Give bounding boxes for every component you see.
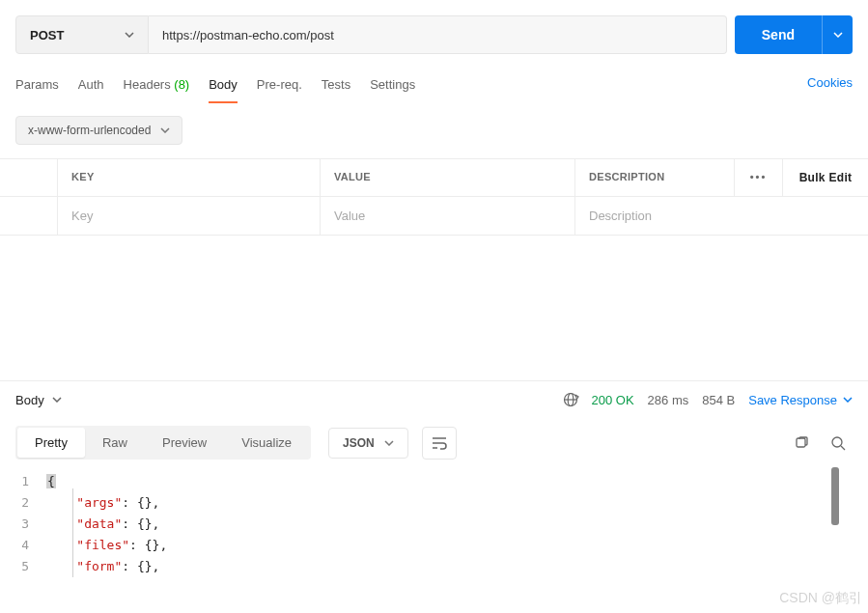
tab-params[interactable]: Params — [15, 71, 59, 103]
chevron-down-icon — [843, 397, 853, 403]
response-size: 854 B — [702, 393, 735, 407]
line-number: 3 — [4, 514, 46, 535]
save-response-label: Save Response — [748, 393, 837, 407]
form-data-table: KEY VALUE DESCRIPTION ••• Bulk Edit Key … — [0, 158, 868, 236]
svg-point-6 — [832, 437, 842, 447]
line-content: { — [46, 471, 868, 492]
format-label: JSON — [343, 436, 375, 450]
key-input[interactable]: Key — [58, 197, 321, 235]
save-response-button[interactable]: Save Response — [748, 393, 853, 407]
code-line: 3 "data": {}, — [4, 514, 868, 535]
response-time: 286 ms — [648, 393, 689, 407]
body-type-select[interactable]: x-www-form-urlencoded — [15, 116, 182, 145]
view-tab-preview[interactable]: Preview — [145, 428, 224, 458]
line-number: 2 — [4, 492, 46, 514]
view-tab-pretty[interactable]: Pretty — [17, 428, 85, 458]
wrap-icon — [432, 436, 447, 450]
format-select[interactable]: JSON — [328, 428, 408, 459]
http-method-select[interactable]: POST — [15, 15, 149, 54]
chevron-down-icon — [125, 32, 134, 38]
response-view-tabs: Pretty Raw Preview Visualize — [15, 426, 311, 460]
cookies-link[interactable]: Cookies — [807, 75, 853, 99]
chevron-down-icon — [160, 127, 170, 133]
row-spacer — [0, 197, 58, 235]
svg-line-7 — [841, 446, 845, 450]
table-header-desc: DESCRIPTION — [575, 159, 735, 196]
status-code: 200 OK — [592, 393, 634, 407]
search-icon — [830, 435, 846, 451]
watermark: CSDN @鹤引 — [779, 590, 862, 607]
response-section-select[interactable]: Body — [15, 393, 62, 407]
http-method-label: POST — [30, 28, 64, 42]
scrollbar[interactable] — [831, 467, 839, 525]
response-body-viewer[interactable]: 1{2 "args": {},3 "data": {},4 "files": {… — [0, 467, 868, 577]
table-header-key: KEY — [58, 159, 321, 196]
line-number: 5 — [4, 556, 46, 577]
blank-area — [0, 236, 868, 380]
tab-headers-label: Headers — [124, 77, 171, 92]
tab-tests[interactable]: Tests — [322, 71, 350, 103]
tab-prereq[interactable]: Pre-req. — [257, 71, 302, 103]
url-text: https://postman-echo.com/post — [162, 28, 334, 42]
table-row[interactable]: Key Value Description — [0, 197, 868, 236]
tab-auth[interactable]: Auth — [78, 71, 104, 103]
wrap-lines-button[interactable] — [422, 427, 457, 460]
line-number: 4 — [4, 535, 46, 556]
table-header-value: VALUE — [321, 159, 575, 196]
value-input[interactable]: Value — [321, 197, 575, 235]
code-line: 4 "files": {}, — [4, 535, 868, 556]
description-input[interactable]: Description — [575, 197, 868, 235]
send-options-button[interactable] — [822, 15, 853, 54]
send-button[interactable]: Send — [735, 15, 822, 54]
tab-headers[interactable]: Headers (8) — [124, 71, 190, 103]
table-header-spacer — [0, 159, 58, 196]
table-header: KEY VALUE DESCRIPTION ••• Bulk Edit — [0, 159, 868, 197]
view-tab-raw[interactable]: Raw — [85, 428, 145, 458]
copy-button[interactable] — [787, 429, 816, 458]
search-button[interactable] — [824, 429, 853, 458]
chevron-down-icon — [52, 397, 62, 403]
url-input[interactable]: https://postman-echo.com/post — [149, 15, 727, 54]
line-number: 1 — [4, 471, 46, 492]
code-line: 5 "form": {}, — [4, 556, 868, 577]
line-content: "args": {}, — [46, 492, 868, 514]
svg-rect-5 — [797, 438, 805, 447]
table-options-button[interactable]: ••• — [735, 159, 783, 196]
chevron-down-icon — [384, 440, 394, 446]
headers-count-badge: (8) — [174, 77, 189, 92]
code-line: 2 "args": {}, — [4, 492, 868, 514]
line-content: "form": {}, — [46, 556, 868, 577]
view-tab-visualize[interactable]: Visualize — [224, 428, 309, 458]
response-section-label: Body — [15, 393, 44, 407]
tab-body[interactable]: Body — [209, 71, 238, 103]
copy-icon — [794, 435, 809, 451]
fold-guide — [72, 488, 73, 577]
tab-settings[interactable]: Settings — [370, 71, 415, 103]
code-line: 1{ — [4, 471, 868, 492]
request-tabs: Params Auth Headers (8) Body Pre-req. Te… — [15, 71, 807, 103]
body-type-label: x-www-form-urlencoded — [28, 124, 151, 137]
line-content: "files": {}, — [46, 535, 868, 556]
network-icon[interactable] — [563, 391, 580, 408]
bulk-edit-button[interactable]: Bulk Edit — [783, 159, 868, 196]
line-content: "data": {}, — [46, 514, 868, 535]
chevron-down-icon — [833, 32, 843, 38]
